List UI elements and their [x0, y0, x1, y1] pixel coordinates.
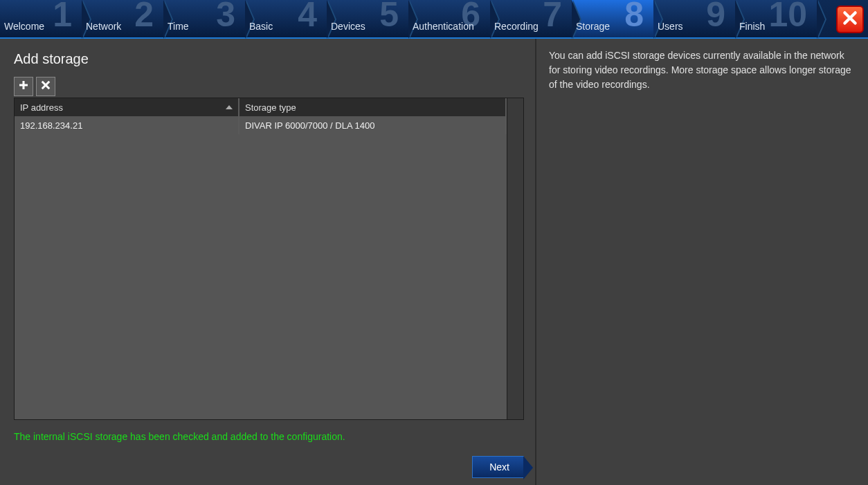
step-label: Finish: [739, 21, 813, 35]
column-header-label: IP address: [20, 102, 63, 113]
step-label: Time: [168, 21, 241, 35]
step-label: Welcome: [4, 21, 78, 35]
step-label: Authentication: [413, 21, 486, 35]
plus-icon: [17, 79, 30, 94]
wizard-steps: 1 Welcome 2 Network 3 Time 4 Basic 5 Dev…: [0, 0, 868, 39]
close-button[interactable]: [836, 6, 864, 33]
step-label: Devices: [331, 21, 404, 35]
main-body: Add storage IP address: [0, 39, 868, 485]
close-icon: [841, 9, 859, 30]
wizard-step-authentication[interactable]: 6 Authentication: [408, 0, 490, 37]
wizard-step-basic[interactable]: 4 Basic: [245, 0, 327, 37]
wizard-step-welcome[interactable]: 1 Welcome: [0, 0, 82, 37]
step-label: Network: [86, 21, 159, 35]
table-header: IP address Storage type: [15, 98, 507, 116]
step-label: Recording: [494, 21, 568, 35]
cell-type: DIVAR IP 6000/7000 / DLA 1400: [239, 116, 507, 134]
add-storage-button[interactable]: [14, 77, 33, 96]
wizard-step-recording[interactable]: 7 Recording: [490, 0, 572, 37]
page-title: Add storage: [14, 51, 524, 67]
step-label: Basic: [249, 21, 323, 35]
left-panel: Add storage IP address: [0, 39, 536, 485]
step-label: Users: [658, 21, 731, 35]
next-button-label: Next: [489, 461, 509, 473]
next-button[interactable]: Next: [472, 456, 524, 478]
toolbar: [14, 77, 524, 96]
table-body: 192.168.234.21 DIVAR IP 6000/7000 / DLA …: [15, 116, 507, 419]
table-scrollbar[interactable]: [507, 98, 523, 419]
wizard-step-network[interactable]: 2 Network: [82, 0, 163, 37]
sort-asc-icon: [226, 105, 233, 109]
storage-table: IP address Storage type 192.168.234.21 D…: [14, 98, 524, 420]
wizard-step-finish[interactable]: 10 Finish: [735, 0, 817, 37]
wizard-step-storage[interactable]: 8 Storage: [572, 0, 653, 37]
footer-buttons: Next: [14, 456, 524, 478]
column-header-type[interactable]: Storage type: [239, 98, 507, 116]
remove-storage-button[interactable]: [36, 77, 55, 96]
table-row[interactable]: 192.168.234.21 DIVAR IP 6000/7000 / DLA …: [15, 116, 507, 134]
help-text: You can add iSCSI storage devices curren…: [549, 48, 856, 92]
column-header-ip[interactable]: IP address: [15, 98, 239, 116]
wizard-step-users[interactable]: 9 Users: [653, 0, 735, 37]
cell-ip: 192.168.234.21: [15, 116, 239, 134]
step-label: Storage: [576, 21, 649, 35]
wizard-step-devices[interactable]: 5 Devices: [327, 0, 408, 37]
column-header-label: Storage type: [245, 102, 296, 113]
wizard-step-time[interactable]: 3 Time: [163, 0, 245, 37]
x-icon: [39, 79, 52, 94]
status-message: The internal iSCSI storage has been chec…: [14, 431, 524, 442]
help-panel: You can add iSCSI storage devices curren…: [536, 39, 868, 485]
